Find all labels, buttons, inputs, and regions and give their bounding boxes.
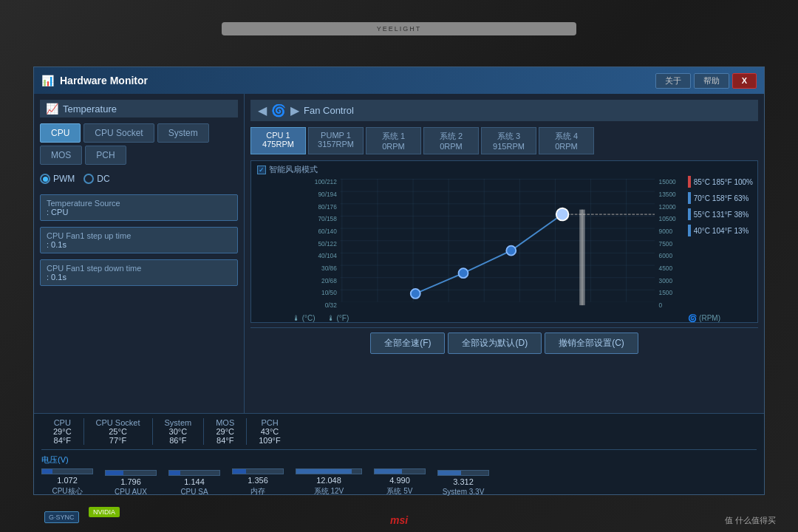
temp-source-value: : CPU xyxy=(47,208,231,216)
pwm-radio-circle[interactable] xyxy=(40,174,50,184)
legend-text-3: 55°C 131°F 38% xyxy=(694,211,749,219)
footer-badges: NVIDIA G·SYNC xyxy=(44,511,79,523)
legend-item-4: 40°C 104°F 13% xyxy=(688,225,753,236)
temp-cpu: CPU 29°C 84°F xyxy=(41,418,84,445)
voltage-sys12v-name: 系统 12V xyxy=(314,486,344,497)
fan-tab-cpu1[interactable]: CPU 1 475RPM xyxy=(250,127,306,154)
voltage-sys33v-name: System 3.3V xyxy=(443,488,485,496)
temp-source-box[interactable]: Temperature Source : CPU xyxy=(40,194,238,221)
voltage-memory-bar xyxy=(233,469,246,474)
temp-mos-label: MOS xyxy=(216,418,234,427)
voltage-memory: 1.356 内存 xyxy=(232,468,284,497)
voltage-sys5v-bar-container xyxy=(374,468,426,474)
fan-chart: 智能风扇模式 100/212 90/194 80/176 70/158 xyxy=(250,160,758,323)
full-speed-button[interactable]: 全部全速(F) xyxy=(370,332,445,354)
right-panel: ◀ 🌀 ▶ Fan Control CPU 1 475RPM PUMP 1 31… xyxy=(245,94,764,413)
temp-system-label: System xyxy=(165,418,192,427)
tab-mos[interactable]: MOS xyxy=(40,146,82,165)
close-button[interactable]: X xyxy=(732,73,757,89)
svg-text:12000: 12000 xyxy=(659,203,676,211)
mode-checkbox[interactable] xyxy=(257,166,266,174)
fan-chart-svg: 100/212 90/194 80/176 70/158 60/140 50/1… xyxy=(256,179,753,316)
fan-tab-sys1[interactable]: 系统 1 0RPM xyxy=(366,127,421,154)
tab-cpu-socket[interactable]: CPU Socket xyxy=(83,123,154,143)
fan-tab-pump1[interactable]: PUMP 1 3157RPM xyxy=(308,127,364,154)
app-title: Hardware Monitor xyxy=(60,75,148,86)
pwm-radio[interactable]: PWM xyxy=(40,174,75,184)
voltage-cpu-core-name: CPU核心 xyxy=(52,486,82,497)
help-button[interactable]: 帮助 xyxy=(694,73,729,89)
fan-tab-sys4-rpm: 0RPM xyxy=(545,142,587,151)
voltage-cpu-aux: 1.796 CPU AUX xyxy=(105,470,157,496)
about-button[interactable]: 关于 xyxy=(655,73,691,89)
tab-pch[interactable]: PCH xyxy=(85,146,126,165)
svg-text:40/104: 40/104 xyxy=(318,252,337,259)
dc-radio[interactable]: DC xyxy=(83,174,109,184)
step-up-box[interactable]: CPU Fan1 step up time : 0.1s xyxy=(40,227,238,253)
temp-cpu-socket-f: 77°F xyxy=(109,436,126,445)
temp-cpu-label: CPU xyxy=(54,418,71,427)
voltage-cpu-sa-name: CPU SA xyxy=(180,488,208,496)
voltage-cpu-core-value: 1.072 xyxy=(57,476,78,485)
temp-cpu-socket-c: 25°C xyxy=(109,427,127,436)
legend-bar-3 xyxy=(688,208,691,220)
set-default-button[interactable]: 全部设为默认(D) xyxy=(448,332,542,354)
fan-left-arrow[interactable]: ◀ xyxy=(258,103,267,117)
title-bar-buttons: 关于 帮助 X xyxy=(655,73,757,89)
legend-bar-2 xyxy=(688,192,691,204)
legend-item-3: 55°C 131°F 38% xyxy=(688,208,753,220)
legend-item-1: 85°C 185°F 100% xyxy=(688,176,753,188)
legend-item-2: 70°C 158°F 63% xyxy=(688,192,753,204)
temp-pch-f: 109°F xyxy=(259,436,280,445)
fan-tab-sys1-name: 系统 1 xyxy=(372,131,415,142)
svg-text:20/68: 20/68 xyxy=(321,277,337,284)
tab-system[interactable]: System xyxy=(157,123,209,143)
svg-text:70/158: 70/158 xyxy=(318,215,337,222)
yeelight-bar: YEELIGHT xyxy=(222,22,576,35)
step-down-value: : 0.1s xyxy=(47,273,231,282)
temp-cpu-socket: CPU Socket 25°C 77°F xyxy=(84,418,153,445)
svg-text:90/194: 90/194 xyxy=(318,191,337,198)
voltage-cpu-aux-value: 1.796 xyxy=(120,477,141,486)
voltage-cpu-sa-bar-container xyxy=(168,470,220,476)
svg-text:15000: 15000 xyxy=(659,179,676,185)
fan-tab-sys2-rpm: 0RPM xyxy=(430,142,472,151)
voltage-sys12v-value: 12.048 xyxy=(316,476,341,485)
fan-tab-pump1-rpm: 3157RPM xyxy=(315,140,357,149)
left-panel: 📈 Temperature CPU CPU Socket System MOS … xyxy=(34,94,245,413)
fan-control-header: ◀ 🌀 ▶ Fan Control xyxy=(250,100,758,121)
temp-pch-c: 43°C xyxy=(261,427,279,436)
reset-all-button[interactable]: 撤销全部设置(C) xyxy=(545,332,638,354)
legend-bar-1 xyxy=(688,176,691,188)
svg-text:30/86: 30/86 xyxy=(321,265,337,272)
svg-text:80/176: 80/176 xyxy=(318,203,337,211)
step-up-title: CPU Fan1 step up time xyxy=(47,231,231,240)
voltage-sys33v-value: 3.312 xyxy=(453,477,474,486)
voltage-sys5v-bar xyxy=(375,469,402,474)
nvidia-label: NVIDIA xyxy=(93,508,115,516)
dc-radio-circle[interactable] xyxy=(83,174,94,184)
temp-mos: MOS 29°C 84°F xyxy=(204,418,247,445)
pwm-dc-row: PWM DC xyxy=(40,174,238,184)
step-up-value: : 0.1s xyxy=(47,240,231,249)
fan-tab-sys3[interactable]: 系统 3 915RPM xyxy=(481,127,536,154)
fan-tab-sys2-name: 系统 2 xyxy=(430,131,472,142)
fan-tab-sys4[interactable]: 系统 4 0RPM xyxy=(539,127,594,154)
fan-right-arrow[interactable]: ▶ xyxy=(290,103,299,117)
legend-text-1: 85°C 185°F 100% xyxy=(694,178,753,186)
svg-text:7500: 7500 xyxy=(659,240,673,248)
action-buttons: 全部全速(F) 全部设为默认(D) 撤销全部设置(C) xyxy=(250,327,758,358)
tab-cpu[interactable]: CPU xyxy=(40,123,81,143)
temp-source-title: Temperature Source xyxy=(47,199,231,208)
fan-tab-sys3-name: 系统 3 xyxy=(488,131,530,142)
voltage-memory-name: 内存 xyxy=(250,486,265,497)
svg-text:9000: 9000 xyxy=(659,228,673,235)
monitor-icon: 📊 xyxy=(41,75,54,86)
voltage-sys5v: 4.990 系统 5V xyxy=(374,468,426,497)
celsius-label: 🌡 (°C) xyxy=(293,314,316,322)
fan-tab-sys2[interactable]: 系统 2 0RPM xyxy=(423,127,479,154)
voltage-sys5v-value: 4.990 xyxy=(389,476,410,485)
fan-tabs: CPU 1 475RPM PUMP 1 3157RPM 系统 1 0RPM 系统… xyxy=(250,127,758,154)
section-title: Temperature xyxy=(63,103,117,115)
step-down-box[interactable]: CPU Fan1 step down time : 0.1s xyxy=(40,259,238,286)
